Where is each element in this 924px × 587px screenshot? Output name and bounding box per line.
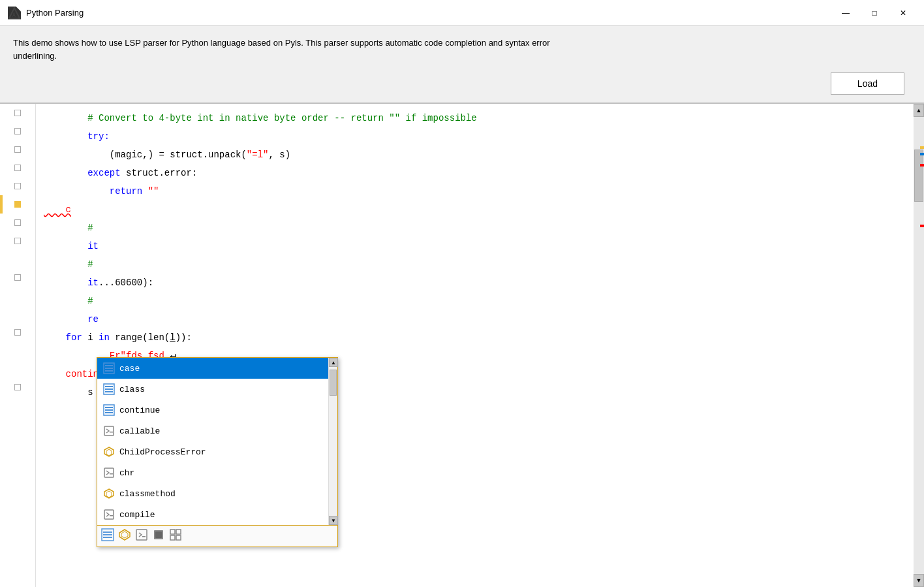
- svg-rect-11: [105, 407, 113, 408]
- app-icon: A: [8, 7, 21, 20]
- keyword-icon: [102, 362, 116, 375]
- code-line: try:: [44, 127, 914, 146]
- scroll-track: [329, 367, 337, 516]
- autocomplete-item-label: classmethod: [119, 489, 176, 499]
- svg-marker-28: [119, 530, 130, 540]
- autocomplete-item-chr[interactable]: chr: [97, 462, 328, 483]
- gutter-line: [0, 140, 35, 159]
- svg-marker-29: [121, 531, 128, 538]
- vertical-scrollbar: ▲ ▼: [914, 104, 924, 587]
- svg-rect-5: [105, 370, 113, 372]
- svg-rect-27: [103, 537, 112, 538]
- code-text: l: [170, 328, 175, 347]
- code-text: i: [87, 328, 99, 347]
- filter-solid-icon[interactable]: [152, 528, 165, 544]
- svg-rect-33: [155, 531, 162, 538]
- autocomplete-item-label: chr: [119, 468, 134, 478]
- gutter-dot: [14, 238, 21, 244]
- header-actions: Load: [13, 72, 911, 95]
- gutter: [0, 104, 36, 587]
- code-line: for i in range(len(l)):: [44, 328, 914, 347]
- filter-grid-icon[interactable]: [169, 528, 182, 544]
- autocomplete-item-classmethod[interactable]: classmethod: [97, 483, 328, 504]
- code-line: it...60600):: [44, 274, 914, 292]
- svg-rect-37: [176, 535, 181, 540]
- scroll-down-button[interactable]: ▼: [329, 516, 338, 525]
- scroll-up-button[interactable]: ▲: [329, 358, 338, 367]
- scroll-thumb: [330, 370, 337, 396]
- code-text: (magic,) = struct.unpack("=l", s): [44, 146, 290, 164]
- autocomplete-item-callable[interactable]: callable: [97, 420, 328, 441]
- code-text: except: [44, 164, 126, 182]
- code-line: c: [44, 200, 914, 219]
- code-line: re: [44, 310, 914, 328]
- code-text: try:: [44, 127, 110, 146]
- svg-rect-36: [170, 535, 175, 540]
- code-text: it: [44, 274, 99, 292]
- autocomplete-item-label: class: [119, 385, 145, 394]
- gutter-line: [0, 250, 35, 268]
- svg-rect-19: [110, 473, 113, 475]
- autocomplete-item-label: continue: [119, 405, 160, 415]
- scroll-down-arrow[interactable]: ▼: [914, 574, 924, 587]
- svg-rect-15: [110, 432, 113, 433]
- code-text: ...60600):: [99, 274, 153, 292]
- scroll-up-arrow[interactable]: ▲: [914, 104, 924, 117]
- svg-marker-20: [104, 489, 114, 498]
- gutter-dot: [14, 219, 21, 226]
- gutter-line: [0, 104, 35, 122]
- description-text: This demo shows how to use LSP parser fo…: [13, 37, 911, 62]
- code-text: range(len(: [115, 328, 170, 347]
- filter-class-icon[interactable]: [118, 528, 131, 544]
- code-text: in: [99, 328, 115, 347]
- scroll-marker-red2: [920, 225, 924, 227]
- autocomplete-item-class[interactable]: class: [97, 379, 328, 400]
- svg-rect-13: [105, 412, 113, 413]
- minimize-button[interactable]: —: [833, 3, 859, 23]
- code-line: it: [44, 237, 914, 255]
- svg-rect-34: [170, 530, 175, 534]
- svg-marker-17: [106, 449, 112, 456]
- class-icon: [102, 445, 116, 458]
- window-controls: — □ ✕: [833, 3, 916, 23]
- code-text: )):: [176, 328, 192, 347]
- svg-rect-25: [103, 531, 112, 533]
- load-button[interactable]: Load: [831, 72, 904, 95]
- svg-rect-31: [142, 536, 146, 537]
- filter-keyword-icon[interactable]: [101, 528, 114, 544]
- code-text: #: [44, 255, 93, 274]
- svg-rect-7: [105, 386, 113, 387]
- maximize-button[interactable]: □: [861, 3, 887, 23]
- svg-rect-12: [105, 409, 113, 411]
- code-line: (magic,) = struct.unpack("=l", s): [44, 146, 914, 164]
- scroll-marker-yellow: [920, 146, 924, 149]
- autocomplete-item-continue[interactable]: continue: [97, 400, 328, 420]
- scroll-thumb[interactable]: [914, 150, 923, 202]
- autocomplete-filter-bar: [97, 525, 337, 547]
- gutter-dot: [14, 146, 21, 153]
- gutter-dot: [14, 110, 21, 116]
- autocomplete-item-childprocesserror[interactable]: ChildProcessError: [97, 441, 328, 462]
- svg-rect-4: [105, 368, 113, 369]
- window-title: Python Parsing: [26, 8, 833, 18]
- title-bar: A Python Parsing — □ ✕: [0, 0, 924, 26]
- filter-module-icon[interactable]: [135, 528, 148, 544]
- autocomplete-item-label: ChildProcessError: [119, 447, 206, 457]
- code-text: # Convert to 4-byte int in native byte o…: [44, 109, 477, 127]
- code-line: #: [44, 255, 914, 274]
- code-line: #: [44, 219, 914, 237]
- gutter-line: [0, 214, 35, 232]
- editor-container: # Convert to 4-byte int in native byte o…: [0, 104, 924, 587]
- svg-marker-16: [104, 447, 114, 456]
- autocomplete-item-label: callable: [119, 426, 160, 436]
- autocomplete-item-label: case: [119, 364, 140, 373]
- gutter-line: [0, 177, 35, 195]
- autocomplete-scrollbar: ▲ ▼: [328, 358, 337, 525]
- autocomplete-body: case class: [97, 358, 337, 525]
- svg-rect-23: [110, 515, 113, 516]
- gutter-dot: [14, 128, 21, 135]
- autocomplete-item-compile[interactable]: compile: [97, 504, 328, 525]
- gutter-line: [0, 305, 35, 323]
- close-button[interactable]: ✕: [890, 3, 916, 23]
- autocomplete-item-case[interactable]: case: [97, 358, 328, 379]
